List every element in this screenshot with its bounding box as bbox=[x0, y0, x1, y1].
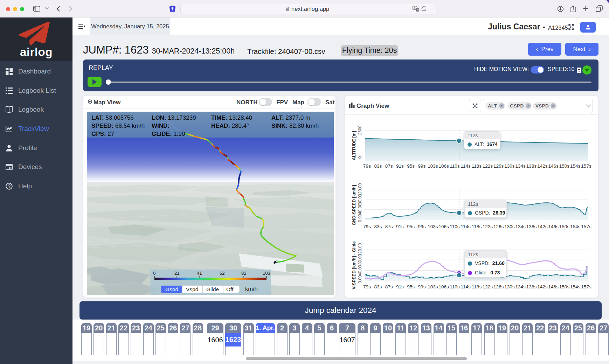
svg-text:?: ? bbox=[8, 184, 11, 189]
svg-text:87s: 87s bbox=[385, 284, 393, 289]
svg-text:99s: 99s bbox=[418, 284, 426, 289]
svg-text:126s: 126s bbox=[493, 284, 504, 289]
svg-text:文: 文 bbox=[417, 8, 420, 12]
svg-text:99s: 99s bbox=[418, 163, 426, 169]
svg-text:134s: 134s bbox=[515, 284, 526, 289]
svg-text:91s: 91s bbox=[396, 284, 404, 289]
svg-text:ALT: 2377.0 m: ALT: 2377.0 m bbox=[271, 114, 310, 121]
svg-text:106s: 106s bbox=[438, 284, 449, 289]
svg-text:GND-SPEED [km/h]: GND-SPEED [km/h] bbox=[352, 185, 357, 225]
svg-text:146s: 146s bbox=[548, 163, 559, 169]
svg-text:TIME: 13:28:40: TIME: 13:28:40 bbox=[211, 114, 252, 121]
svg-text:0: 0 bbox=[10, 167, 11, 169]
svg-text:146s: 146s bbox=[548, 284, 559, 289]
svg-text:146s: 146s bbox=[548, 224, 559, 229]
svg-text:103: 103 bbox=[263, 271, 270, 276]
svg-text:142s: 142s bbox=[537, 224, 548, 229]
svg-text:A: A bbox=[414, 7, 416, 10]
svg-text:154s: 154s bbox=[570, 284, 581, 289]
svg-text:110s: 110s bbox=[450, 284, 460, 289]
svg-text:110s: 110s bbox=[450, 224, 460, 229]
svg-text:157s: 157s bbox=[581, 284, 591, 289]
svg-text:110s: 110s bbox=[450, 163, 460, 169]
svg-text:99s: 99s bbox=[418, 224, 426, 229]
svg-text:91s: 91s bbox=[396, 163, 404, 169]
svg-text:95s: 95s bbox=[407, 284, 415, 289]
svg-text:103s: 103s bbox=[428, 284, 438, 289]
svg-text:154s: 154s bbox=[570, 163, 581, 169]
svg-text:83s: 83s bbox=[374, 284, 382, 289]
svg-text:SPEED: 68.54 km/h: SPEED: 68.54 km/h bbox=[91, 122, 145, 129]
svg-text:km/h: km/h bbox=[245, 286, 258, 292]
svg-text:87s: 87s bbox=[385, 163, 393, 169]
svg-text:120.00: 120.00 bbox=[358, 243, 362, 256]
svg-text:82: 82 bbox=[241, 271, 246, 276]
svg-text:ALTITUDE [m]: ALTITUDE [m] bbox=[352, 131, 357, 160]
svg-text:120.00: 120.00 bbox=[358, 183, 362, 196]
svg-text:150s: 150s bbox=[559, 224, 570, 229]
svg-text:79s: 79s bbox=[363, 284, 371, 289]
svg-text:130s: 130s bbox=[504, 224, 515, 229]
svg-text:62: 62 bbox=[220, 271, 224, 276]
svg-text:122s: 122s bbox=[483, 163, 493, 169]
svg-text:Off: Off bbox=[226, 286, 234, 292]
svg-text:0.00: 0.00 bbox=[358, 275, 362, 284]
svg-text:83s: 83s bbox=[374, 163, 382, 169]
svg-text:0: 0 bbox=[358, 156, 362, 159]
svg-text:150s: 150s bbox=[559, 284, 570, 289]
svg-text:122s: 122s bbox=[483, 284, 493, 289]
svg-text:126s: 126s bbox=[493, 163, 504, 169]
svg-text:118s: 118s bbox=[472, 284, 482, 289]
svg-text:2500: 2500 bbox=[358, 125, 362, 135]
svg-text:118s: 118s bbox=[472, 163, 482, 169]
svg-text:154s: 154s bbox=[570, 224, 581, 229]
svg-text:106s: 106s bbox=[438, 224, 449, 229]
svg-text:95s: 95s bbox=[407, 224, 415, 229]
svg-text:SINK: 82.80 km/h: SINK: 82.80 km/h bbox=[271, 122, 319, 129]
svg-text:114s: 114s bbox=[461, 163, 471, 169]
svg-text:103s: 103s bbox=[428, 224, 438, 229]
svg-text:150s: 150s bbox=[559, 163, 570, 169]
svg-text:HEAD: 280.4°: HEAD: 280.4° bbox=[211, 122, 249, 129]
svg-text:40.00: 40.00 bbox=[358, 204, 362, 214]
svg-text:0.00: 0.00 bbox=[358, 214, 362, 222]
svg-text:103s: 103s bbox=[428, 163, 438, 169]
svg-text:134s: 134s bbox=[515, 163, 526, 169]
svg-text:157s: 157s bbox=[581, 224, 591, 229]
svg-text:138s: 138s bbox=[526, 284, 537, 289]
svg-text:142s: 142s bbox=[537, 163, 548, 169]
svg-text:95s: 95s bbox=[407, 163, 415, 169]
svg-text:Gspd: Gspd bbox=[165, 286, 178, 292]
svg-text:114s: 114s bbox=[461, 284, 471, 289]
svg-text:142s: 142s bbox=[537, 284, 548, 289]
svg-text:122s: 122s bbox=[483, 224, 493, 229]
svg-text:126s: 126s bbox=[493, 224, 504, 229]
svg-text:LON: 13.173239: LON: 13.173239 bbox=[152, 114, 196, 121]
svg-text:79s: 79s bbox=[363, 224, 371, 229]
svg-text:118s: 118s bbox=[472, 224, 482, 229]
svg-text:138s: 138s bbox=[526, 224, 537, 229]
svg-text:41: 41 bbox=[197, 271, 202, 276]
svg-text:WIND:: WIND: bbox=[152, 122, 169, 129]
svg-text:87s: 87s bbox=[385, 224, 393, 229]
svg-text:0: 0 bbox=[153, 271, 155, 276]
svg-text:157s: 157s bbox=[581, 163, 591, 169]
svg-text:Glide: Glide bbox=[206, 286, 219, 292]
svg-text:40.00: 40.00 bbox=[358, 265, 362, 275]
svg-text:114s: 114s bbox=[461, 224, 471, 229]
svg-text:83s: 83s bbox=[374, 224, 382, 229]
svg-text:91s: 91s bbox=[396, 224, 404, 229]
svg-text:79s: 79s bbox=[363, 163, 371, 169]
svg-text:21: 21 bbox=[174, 271, 179, 276]
svg-text:130s: 130s bbox=[504, 163, 515, 169]
svg-text:106s: 106s bbox=[438, 163, 449, 169]
svg-text:138s: 138s bbox=[526, 163, 537, 169]
svg-text:V-SPEED [km/h] - Glide: V-SPEED [km/h] - Glide bbox=[352, 241, 357, 289]
svg-text:GLIDE: 1.90: GLIDE: 1.90 bbox=[152, 131, 185, 137]
svg-text:LAT: 53.005756: LAT: 53.005756 bbox=[91, 114, 134, 121]
svg-text:134s: 134s bbox=[515, 224, 526, 229]
svg-text:GPS: 27: GPS: 27 bbox=[91, 131, 114, 137]
svg-text:130s: 130s bbox=[504, 284, 515, 289]
svg-text:Vspd: Vspd bbox=[186, 286, 198, 292]
